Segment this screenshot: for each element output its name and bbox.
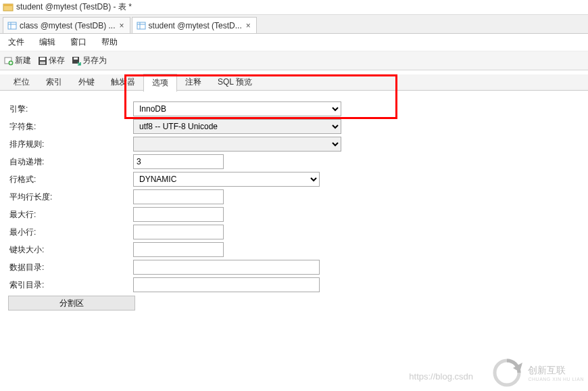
toolbar: 新建 保存 另存为 <box>0 51 588 70</box>
watermark-brand-sub: CHUANG XIN HU LIAN <box>528 377 584 382</box>
doc-tab-class[interactable]: class @mytest (TestDB) ... × <box>3 17 130 33</box>
table-icon <box>7 21 17 30</box>
datadir-label: 数据目录: <box>8 262 133 273</box>
collation-select[interactable] <box>133 137 341 152</box>
svg-rect-16 <box>74 58 78 60</box>
menubar: 文件 编辑 窗口 帮助 <box>0 34 588 51</box>
watermark-logo: 创新互联 CHUANG XIN HU LIAN <box>493 359 584 387</box>
tab-triggers[interactable]: 触发器 <box>103 74 143 91</box>
partition-button[interactable]: 分割区 <box>8 296 135 310</box>
tab-fields[interactable]: 栏位 <box>5 74 38 91</box>
close-icon[interactable]: × <box>245 21 252 30</box>
doc-tab-label: student @mytest (TestD... <box>149 21 242 30</box>
watermark-url: https://blog.csdn <box>409 371 473 382</box>
subtabs: 栏位 索引 外键 触发器 选项 注释 SQL 预览 <box>0 74 588 91</box>
watermark-brand: 创新互联 <box>528 365 584 377</box>
autoinc-label: 自动递增: <box>8 156 133 168</box>
collation-label: 排序规则: <box>8 139 133 150</box>
options-form: 引擎: InnoDB 字符集: utf8 -- UTF-8 Unicode 排序… <box>0 91 588 311</box>
window-title: student @mytest (TestDB) - 表 * <box>16 1 132 13</box>
doc-tab-student[interactable]: student @mytest (TestD... × <box>132 17 257 33</box>
autoinc-input[interactable] <box>133 154 224 169</box>
rowformat-select[interactable]: DYNAMIC <box>133 172 320 187</box>
window-titlebar: student @mytest (TestDB) - 表 * <box>0 0 588 15</box>
datadir-input[interactable] <box>133 260 320 275</box>
new-button[interactable]: 新建 <box>4 55 31 66</box>
tab-sqlpreview[interactable]: SQL 预览 <box>210 74 260 91</box>
svg-rect-1 <box>3 4 13 6</box>
minrow-label: 最小行: <box>8 227 133 238</box>
maxrow-label: 最大行: <box>8 209 133 221</box>
tab-indexes[interactable]: 索引 <box>38 74 70 91</box>
menu-file[interactable]: 文件 <box>8 37 24 48</box>
tab-foreignkeys[interactable]: 外键 <box>70 74 103 91</box>
tab-options[interactable]: 选项 <box>143 74 177 92</box>
logo-icon <box>493 359 525 387</box>
tab-comment[interactable]: 注释 <box>177 74 210 91</box>
avgrow-input[interactable] <box>133 189 224 204</box>
saveas-icon <box>72 56 81 66</box>
svg-rect-14 <box>40 62 45 64</box>
keyblock-input[interactable] <box>133 242 224 257</box>
save-label: 保存 <box>49 55 65 66</box>
indexdir-input[interactable] <box>133 277 320 292</box>
svg-rect-5 <box>137 22 145 29</box>
new-label: 新建 <box>15 55 31 66</box>
engine-label: 引擎: <box>8 104 133 115</box>
keyblock-label: 键块大小: <box>8 244 133 256</box>
svg-rect-13 <box>40 58 45 60</box>
menu-window[interactable]: 窗口 <box>70 37 87 48</box>
document-tabs: class @mytest (TestDB) ... × student @my… <box>0 15 588 34</box>
engine-select[interactable]: InnoDB <box>133 101 341 116</box>
menu-edit[interactable]: 编辑 <box>39 37 55 48</box>
menu-help[interactable]: 帮助 <box>101 37 118 48</box>
charset-label: 字符集: <box>8 121 133 133</box>
rowformat-label: 行格式: <box>8 174 133 185</box>
charset-select[interactable]: utf8 -- UTF-8 Unicode <box>133 119 341 134</box>
doc-tab-label: class @mytest (TestDB) ... <box>20 21 116 30</box>
minrow-input[interactable] <box>133 225 224 239</box>
table-icon <box>137 21 146 30</box>
saveas-button[interactable]: 另存为 <box>72 55 107 66</box>
indexdir-label: 索引目录: <box>8 279 133 291</box>
plus-table-icon <box>4 56 14 66</box>
saveas-label: 另存为 <box>82 55 107 66</box>
save-button[interactable]: 保存 <box>38 55 65 66</box>
close-icon[interactable]: × <box>118 21 126 30</box>
save-icon <box>38 56 47 66</box>
avgrow-label: 平均行长度: <box>8 191 133 203</box>
svg-rect-2 <box>8 22 16 29</box>
app-icon <box>3 2 14 13</box>
maxrow-input[interactable] <box>133 207 224 222</box>
